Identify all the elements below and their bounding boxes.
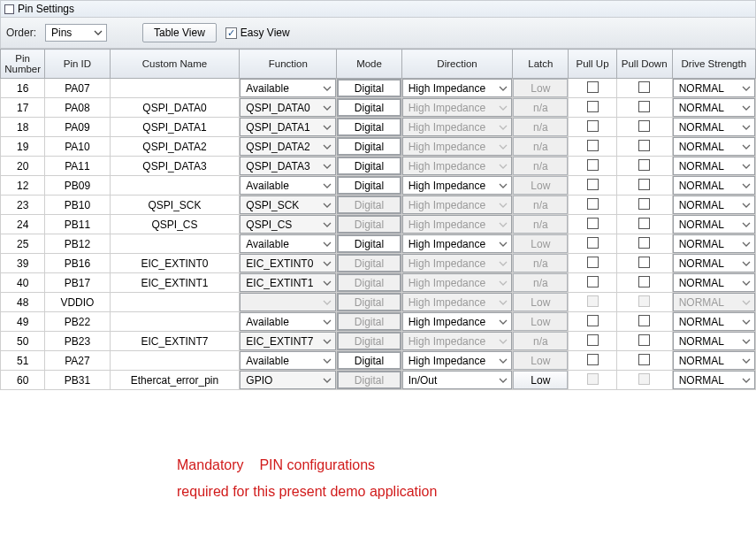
function-select[interactable]: GPIO	[240, 371, 336, 389]
pull-up-checkbox[interactable]	[587, 140, 599, 151]
pull-up-checkbox[interactable]	[587, 179, 599, 190]
custom-name-cell[interactable]: Ethercat_error_pin	[111, 371, 240, 389]
col-latch[interactable]: Latch	[513, 50, 569, 79]
function-select[interactable]: QSPI_DATA3	[240, 157, 336, 175]
pull-down-checkbox[interactable]	[638, 179, 650, 190]
custom-name-cell[interactable]: QSPI_SCK	[111, 196, 240, 214]
pull-down-checkbox[interactable]	[638, 257, 650, 268]
drive-strength-select[interactable]: NORMAL	[673, 118, 755, 136]
mode-cell[interactable]: Digital	[337, 351, 401, 370]
custom-name-cell[interactable]	[111, 293, 240, 311]
pull-up-checkbox[interactable]	[587, 354, 599, 365]
pull-up-checkbox[interactable]	[587, 276, 599, 288]
mode-cell[interactable]: Digital	[337, 118, 401, 136]
function-select[interactable]: EIC_EXTINT7	[240, 332, 336, 350]
custom-name-cell[interactable]: QSPI_DATA0	[111, 98, 240, 117]
function-select[interactable]: EIC_EXTINT1	[240, 273, 336, 292]
drive-strength-select[interactable]: NORMAL	[673, 254, 755, 272]
direction-select[interactable]: High Impedance	[402, 351, 513, 370]
drive-strength-select[interactable]: NORMAL	[673, 351, 755, 370]
custom-name-cell[interactable]	[111, 312, 240, 331]
pull-down-checkbox[interactable]	[638, 120, 650, 132]
direction-select[interactable]: High Impedance	[402, 312, 513, 331]
drive-strength-select[interactable]: NORMAL	[673, 196, 755, 214]
mode-cell[interactable]: Digital	[337, 157, 401, 175]
custom-name-cell[interactable]	[111, 234, 240, 253]
pull-up-checkbox[interactable]	[587, 257, 599, 268]
col-pin-id[interactable]: Pin ID	[45, 50, 110, 79]
custom-name-cell[interactable]: QSPI_CS	[111, 215, 240, 234]
function-select[interactable]: QSPI_CS	[240, 215, 336, 234]
custom-name-cell[interactable]: QSPI_DATA1	[111, 118, 240, 136]
drive-strength-select[interactable]: NORMAL	[673, 312, 755, 331]
mode-cell[interactable]: Digital	[337, 234, 401, 253]
pull-down-checkbox[interactable]	[638, 198, 650, 210]
mode-cell[interactable]: Digital	[337, 98, 401, 117]
col-custom-name[interactable]: Custom Name	[110, 50, 240, 79]
custom-name-cell[interactable]	[111, 79, 240, 97]
function-select[interactable]: Available	[240, 312, 336, 331]
direction-select[interactable]: High Impedance	[402, 234, 513, 253]
drive-strength-select[interactable]: NORMAL	[673, 273, 755, 292]
pull-up-checkbox[interactable]	[587, 198, 599, 210]
pull-down-checkbox[interactable]	[638, 159, 650, 171]
mode-cell[interactable]: Digital	[337, 176, 401, 195]
custom-name-cell[interactable]: EIC_EXTINT1	[111, 273, 240, 292]
latch-button[interactable]: Low	[513, 371, 568, 389]
order-select[interactable]: Pins	[45, 24, 107, 42]
pull-down-checkbox[interactable]	[638, 354, 650, 365]
function-select[interactable]: QSPI_DATA1	[240, 118, 336, 136]
col-direction[interactable]: Direction	[401, 50, 513, 79]
pull-up-checkbox[interactable]	[587, 218, 599, 229]
custom-name-cell[interactable]	[111, 176, 240, 195]
custom-name-cell[interactable]: EIC_EXTINT0	[111, 254, 240, 272]
window-restore-icon[interactable]	[4, 4, 14, 14]
pull-up-checkbox[interactable]	[587, 315, 599, 326]
pull-up-checkbox[interactable]	[587, 159, 599, 171]
pull-down-checkbox[interactable]	[638, 81, 650, 93]
col-drive-strength[interactable]: Drive Strength	[672, 50, 755, 79]
direction-select[interactable]: High Impedance	[402, 79, 513, 97]
function-select[interactable]: Available	[240, 351, 336, 370]
mode-cell[interactable]: Digital	[337, 79, 401, 97]
drive-strength-select[interactable]: NORMAL	[673, 371, 755, 389]
col-pin-number[interactable]: Pin Number	[1, 50, 45, 79]
pull-down-checkbox[interactable]	[638, 315, 650, 326]
drive-strength-select[interactable]: NORMAL	[673, 332, 755, 350]
drive-strength-select[interactable]: NORMAL	[673, 79, 755, 97]
col-function[interactable]: Function	[240, 50, 337, 79]
pull-down-checkbox[interactable]	[638, 237, 650, 249]
pull-up-checkbox[interactable]	[587, 101, 599, 112]
direction-select[interactable]: High Impedance	[402, 176, 513, 195]
pull-up-checkbox[interactable]	[587, 81, 599, 93]
pull-down-checkbox[interactable]	[638, 101, 650, 112]
pull-up-checkbox[interactable]	[587, 334, 599, 346]
col-pull-down[interactable]: Pull Down	[616, 50, 672, 79]
easy-view-checkbox[interactable]: ✓ Easy View	[225, 27, 290, 39]
direction-select[interactable]: In/Out	[402, 371, 513, 389]
function-select[interactable]: Available	[240, 176, 336, 195]
pull-up-checkbox[interactable]	[587, 237, 599, 249]
drive-strength-select[interactable]: NORMAL	[673, 137, 755, 156]
custom-name-cell[interactable]: QSPI_DATA2	[111, 137, 240, 156]
drive-strength-select[interactable]: NORMAL	[673, 176, 755, 195]
function-select[interactable]: EIC_EXTINT0	[240, 254, 336, 272]
pull-down-checkbox[interactable]	[638, 140, 650, 151]
function-select[interactable]: QSPI_SCK	[240, 196, 336, 214]
pull-down-checkbox[interactable]	[638, 276, 650, 288]
table-view-button[interactable]: Table View	[142, 23, 217, 42]
pull-up-checkbox[interactable]	[587, 120, 599, 132]
function-select[interactable]: Available	[240, 234, 336, 253]
custom-name-cell[interactable]	[111, 351, 240, 370]
function-select[interactable]: Available	[240, 79, 336, 97]
mode-cell[interactable]: Digital	[337, 137, 401, 156]
pull-down-checkbox[interactable]	[638, 334, 650, 346]
custom-name-cell[interactable]: EIC_EXTINT7	[111, 332, 240, 350]
pull-down-checkbox[interactable]	[638, 218, 650, 229]
col-mode[interactable]: Mode	[337, 50, 401, 79]
custom-name-cell[interactable]: QSPI_DATA3	[111, 157, 240, 175]
drive-strength-select[interactable]: NORMAL	[673, 157, 755, 175]
drive-strength-select[interactable]: NORMAL	[673, 215, 755, 234]
drive-strength-select[interactable]: NORMAL	[673, 234, 755, 253]
drive-strength-select[interactable]: NORMAL	[673, 98, 755, 117]
